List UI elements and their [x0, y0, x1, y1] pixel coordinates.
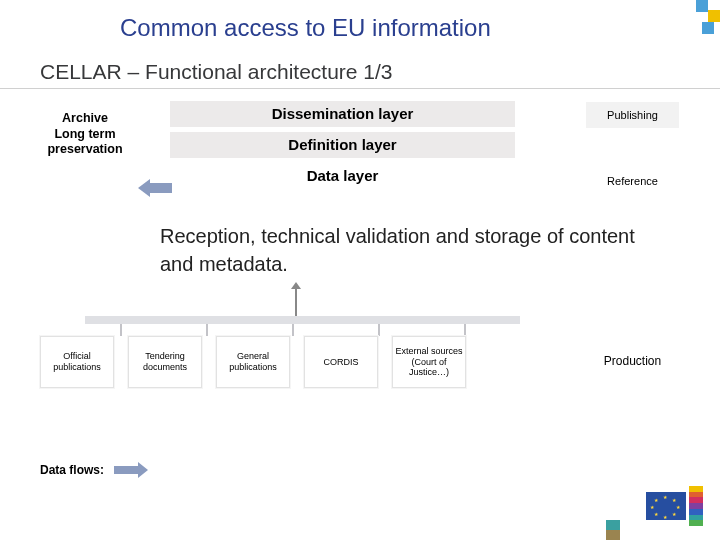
- arrow-left-icon: [138, 179, 172, 197]
- publishing-box: Publishing: [585, 101, 680, 129]
- archive-line: Long term: [40, 127, 130, 143]
- page-subtitle: CELLAR – Functional architecture 1/3: [0, 46, 720, 89]
- source-external: External sources (Court of Justice…): [392, 336, 466, 388]
- page-title: Common access to EU information: [0, 0, 720, 46]
- connector-stub: [464, 324, 466, 336]
- connector-stub: [206, 324, 208, 336]
- arrow-up-icon: [295, 288, 297, 316]
- spacer: [585, 134, 680, 162]
- production-box: Production: [585, 336, 680, 386]
- archive-box: Archive Long term preservation: [40, 111, 130, 158]
- caption-text: Reception, technical validation and stor…: [0, 216, 720, 278]
- corner-decoration: [680, 0, 720, 30]
- diagram-layers: Archive Long term preservation Dissemina…: [40, 101, 680, 216]
- layer-data: Data layer: [170, 163, 515, 189]
- right-column: Publishing Reference: [585, 101, 680, 200]
- layer-definition: Definition layer: [170, 132, 515, 158]
- source-cordis: CORDIS: [304, 336, 378, 388]
- connector-stub: [120, 324, 122, 336]
- eu-flag-logo: ★ ★ ★ ★ ★ ★ ★ ★: [646, 486, 704, 526]
- layer-dissemination: Dissemination layer: [170, 101, 515, 127]
- upflow-arrow: [40, 288, 680, 316]
- connector-bar: [85, 316, 520, 324]
- layer-stack: Dissemination layer Definition layer Dat…: [170, 101, 515, 194]
- archive-line: Archive: [40, 111, 130, 127]
- data-flows-label: Data flows:: [40, 463, 104, 477]
- archive-line: preservation: [40, 142, 130, 158]
- data-flows-legend: Data flows:: [40, 462, 148, 478]
- source-tendering-documents: Tendering documents: [128, 336, 202, 388]
- footer-decoration: [606, 520, 620, 540]
- reference-box: Reference: [585, 167, 680, 195]
- connector-stub: [292, 324, 294, 336]
- arrow-right-icon: [114, 462, 148, 478]
- source-official-publications: Official publications: [40, 336, 114, 388]
- source-general-publications: General publications: [216, 336, 290, 388]
- diagram-sources: Official publications Tendering document…: [40, 316, 680, 406]
- connector-stub: [378, 324, 380, 336]
